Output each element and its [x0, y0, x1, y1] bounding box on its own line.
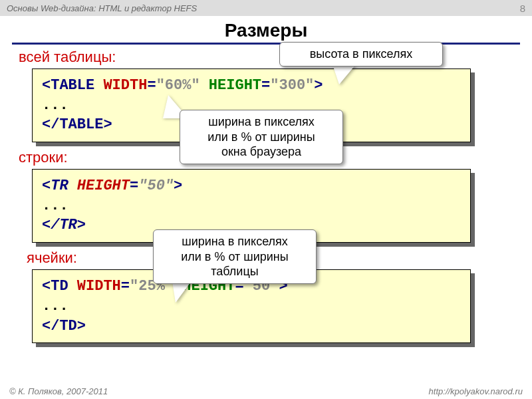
- callout-tail: [332, 65, 356, 84]
- course-title: Основы Web-дизайна: HTML и редактор HEFS: [7, 3, 197, 13]
- footer-url: http://kpolyakov.narod.ru: [429, 386, 523, 396]
- topbar: Основы Web-дизайна: HTML и редактор HEFS…: [0, 0, 532, 16]
- code: [200, 77, 209, 94]
- code: =: [147, 77, 156, 94]
- code: >: [174, 178, 182, 194]
- code: =: [130, 178, 138, 194]
- slide: Основы Web-дизайна: HTML и редактор HEFS…: [0, 0, 532, 399]
- code: <TR: [42, 178, 77, 194]
- code: </TR>: [42, 217, 86, 233]
- code: WIDTH: [77, 278, 121, 295]
- slide-title: Размеры: [0, 20, 532, 41]
- callout-width-table: ширина в пикселях или в % от ширины табл…: [153, 229, 317, 284]
- code: <TD: [42, 278, 77, 295]
- footer: © К. Поляков, 2007-2011 http://kpolyakov…: [0, 386, 532, 396]
- page-number: 8: [520, 3, 525, 14]
- code: WIDTH: [103, 77, 147, 94]
- copyright: © К. Поляков, 2007-2011: [9, 386, 108, 396]
- code: "60%": [156, 77, 200, 94]
- content: всей таблицы: <TABLE WIDTH="60%" HEIGHT=…: [0, 45, 532, 343]
- code: ...: [42, 97, 68, 114]
- code: "300": [270, 77, 314, 94]
- code: >: [314, 77, 323, 94]
- code: "50": [138, 178, 174, 194]
- code: </TD>: [42, 318, 86, 334]
- callout-width-browser: ширина в пикселях или в % от ширины окна…: [180, 110, 343, 164]
- code: </TABLE>: [42, 116, 112, 133]
- code: HEIGHT: [209, 77, 261, 94]
- code: ...: [42, 198, 68, 214]
- code: =: [121, 278, 130, 295]
- code: =: [261, 77, 270, 94]
- code: <TABLE: [42, 77, 103, 94]
- code: ...: [42, 298, 68, 315]
- code: HEIGHT: [77, 178, 130, 194]
- callout-height-px: высота в пикселях: [279, 42, 443, 66]
